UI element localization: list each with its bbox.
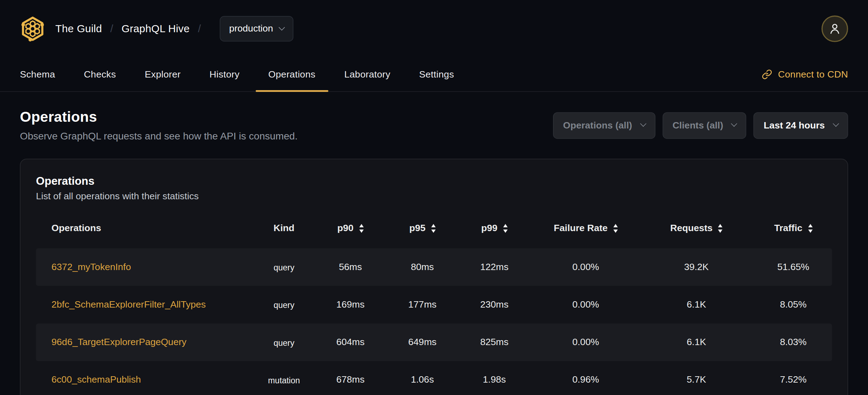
column-header-p90[interactable]: p90 [312,223,389,234]
operation-link[interactable]: 96d6_TargetExplorerPageQuery [51,337,186,348]
column-header-requests[interactable]: Requests [638,223,755,234]
p90-cell: 169ms [312,299,389,310]
page-title: Operations [20,108,298,125]
tabs: Schema Checks Explorer History Operation… [7,58,467,91]
tab-laboratory[interactable]: Laboratory [332,58,403,91]
tab-label: History [209,69,239,80]
card-subtitle: List of all operations with their statis… [36,191,832,202]
period-filter-label: Last 24 hours [763,120,825,131]
sort-arrows-icon[interactable] [359,224,364,233]
traffic-cell: 8.03% [755,337,832,348]
operation-link[interactable]: 2bfc_SchemaExplorerFilter_AllTypes [51,299,206,310]
p99-cell: 825ms [456,337,533,348]
failure-rate-cell: 0.96% [533,374,638,385]
page-header: Operations Observe GraphQL requests and … [0,92,868,142]
column-header-operations: Operations [36,223,257,234]
table-row: 96d6_TargetExplorerPageQuery query 604ms… [36,324,832,361]
hive-logo-icon [20,15,45,42]
sort-asc-icon [808,224,812,227]
sort-asc-icon [613,224,618,227]
sort-asc-icon [503,224,508,227]
sort-arrows-icon[interactable] [613,224,618,233]
sort-arrows-icon[interactable] [718,224,723,233]
requests-cell: 5.7K [638,374,755,385]
target-selector[interactable]: production [220,16,293,41]
sort-arrows-icon[interactable] [503,224,508,233]
breadcrumb-org[interactable]: The Guild [55,23,102,35]
breadcrumb-separator: / [198,23,201,35]
clients-filter-label: Clients (all) [672,120,723,131]
p99-cell: 1.98s [456,374,533,385]
tab-history[interactable]: History [197,58,252,91]
tab-label: Checks [84,69,116,80]
column-label: Operations [51,223,101,234]
tab-label: Laboratory [344,69,390,80]
period-filter-dropdown[interactable]: Last 24 hours [754,112,848,138]
connect-to-cdn-label: Connect to CDN [778,69,848,80]
user-avatar[interactable] [822,16,848,42]
sort-arrows-icon[interactable] [808,224,812,233]
p99-cell: 230ms [456,299,533,310]
app-root: The Guild / GraphQL Hive / production Sc… [0,0,868,395]
sort-arrows-icon[interactable] [431,224,436,233]
failure-rate-cell: 0.00% [533,299,638,310]
operation-link[interactable]: 6c00_schemaPublish [51,374,141,385]
page-subtitle: Observe GraphQL requests and see how the… [20,131,298,142]
operations-filter-dropdown[interactable]: Operations (all) [553,112,655,138]
clients-filter-dropdown[interactable]: Clients (all) [663,112,746,138]
requests-cell: 6.1K [638,337,755,348]
p95-cell: 1.06s [389,374,456,385]
tab-operations[interactable]: Operations [255,58,328,91]
operations-filter-label: Operations (all) [563,120,632,131]
table-row: 2bfc_SchemaExplorerFilter_AllTypes query… [36,286,832,324]
chevron-down-icon [279,24,285,30]
tab-label: Operations [268,69,315,80]
chevron-down-icon [833,121,839,127]
sort-desc-icon [359,229,364,233]
kind-cell: mutation [256,375,311,385]
traffic-cell: 7.52% [755,374,832,385]
column-label: Failure Rate [554,223,608,234]
tab-label: Explorer [145,69,181,80]
tab-schema[interactable]: Schema [7,58,68,91]
column-label: Traffic [774,223,802,234]
table-header-row: Operations Kind p90 p95 p99 Failure Rate [36,213,832,244]
connect-to-cdn-button[interactable]: Connect to CDN [762,58,848,91]
column-header-failure-rate[interactable]: Failure Rate [533,223,638,234]
column-header-p95[interactable]: p95 [389,223,456,234]
column-header-p99[interactable]: p99 [456,223,533,234]
sort-desc-icon [613,229,618,233]
tab-explorer[interactable]: Explorer [132,58,193,91]
column-label: Kind [274,223,294,234]
top-bar: The Guild / GraphQL Hive / production [0,0,868,58]
tab-label: Settings [419,69,454,80]
sort-desc-icon [718,229,723,233]
operations-card: Operations List of all operations with t… [20,159,848,395]
column-label: p90 [337,223,354,234]
column-label: p99 [481,223,497,234]
table-row: 6372_myTokenInfo query 56ms 80ms 122ms 0… [36,248,832,286]
column-header-traffic[interactable]: Traffic [755,223,832,234]
kind-cell: query [256,338,311,347]
tab-settings[interactable]: Settings [406,58,467,91]
filter-bar: Operations (all) Clients (all) Last 24 h… [553,112,848,138]
traffic-cell: 51.65% [755,262,832,273]
operation-link[interactable]: 6372_myTokenInfo [51,262,131,272]
chevron-down-icon [731,121,738,127]
tab-checks[interactable]: Checks [71,58,129,91]
sort-desc-icon [431,229,436,233]
p95-cell: 80ms [389,262,456,273]
requests-cell: 6.1K [638,299,755,310]
sort-asc-icon [718,224,723,227]
traffic-cell: 8.05% [755,299,832,310]
column-label: p95 [409,223,425,234]
requests-cell: 39.2K [638,262,755,273]
sort-asc-icon [359,224,364,227]
p90-cell: 678ms [312,374,389,385]
column-header-kind: Kind [256,223,311,234]
link-icon [762,69,773,80]
kind-cell: query [256,300,311,310]
sort-asc-icon [431,224,436,227]
breadcrumb-project[interactable]: GraphQL Hive [122,23,190,35]
tab-label: Schema [20,69,55,80]
